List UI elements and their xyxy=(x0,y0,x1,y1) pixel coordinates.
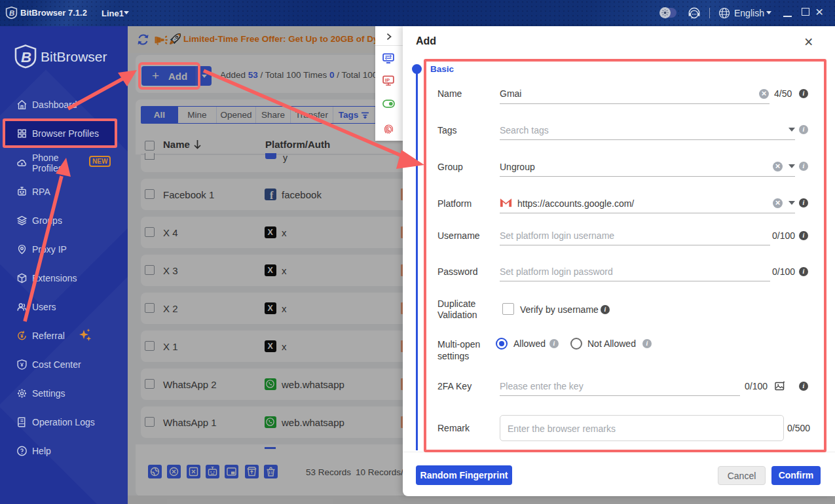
svg-text:B: B xyxy=(9,9,14,17)
svg-text:B: B xyxy=(21,49,31,65)
svg-text:IP: IP xyxy=(385,77,390,83)
